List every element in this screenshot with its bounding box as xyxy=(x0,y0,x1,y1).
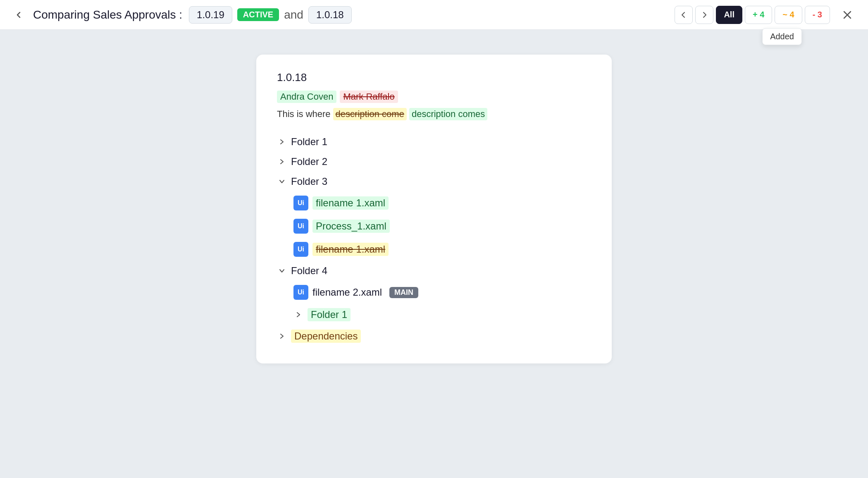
dependencies-item[interactable]: Dependencies xyxy=(277,325,591,347)
close-button[interactable] xyxy=(838,6,856,24)
folder4-label: Folder 4 xyxy=(291,265,327,277)
folder4-item[interactable]: Folder 4 xyxy=(277,261,591,281)
file2-item[interactable]: Ui Process_1.xaml xyxy=(293,215,591,238)
chevron-right-icon xyxy=(277,331,287,341)
main-content: 1.0.18 Andra Coven Mark Raffalo This is … xyxy=(0,30,868,478)
file3-label: filename 1.xaml xyxy=(312,243,389,256)
page-title: Comparing Sales Approvals : xyxy=(33,8,182,22)
version1-badge: 1.0.19 xyxy=(189,6,232,24)
subfolder1-label: Folder 1 xyxy=(308,308,351,321)
chevron-down-icon xyxy=(277,177,287,186)
desc-prefix: This is where xyxy=(277,109,331,120)
filter-controls: All + 4 ~ 4 - 3 xyxy=(675,6,830,24)
nav-next-button[interactable] xyxy=(695,6,713,24)
header: Comparing Sales Approvals : 1.0.19 ACTIV… xyxy=(0,0,868,30)
active-status-badge: ACTIVE xyxy=(237,8,279,21)
folder3-label: Folder 3 xyxy=(291,176,327,187)
folder3-item[interactable]: Folder 3 xyxy=(277,172,591,191)
file1-label: filename 1.xaml xyxy=(312,196,389,210)
folder1-label: Folder 1 xyxy=(291,136,327,148)
subfolder1-item[interactable]: Folder 1 xyxy=(293,304,591,325)
main-badge: MAIN xyxy=(389,287,418,298)
authors-line: Andra Coven Mark Raffalo xyxy=(277,91,591,103)
ui-file-icon: Ui xyxy=(293,219,308,234)
file4-item[interactable]: Ui filename 2.xaml MAIN xyxy=(293,281,591,304)
desc-added: description comes xyxy=(409,108,487,120)
chevron-right-icon xyxy=(293,310,303,320)
nav-prev-button[interactable] xyxy=(675,6,693,24)
file2-label: Process_1.xaml xyxy=(312,220,390,233)
description-line: This is where description come descripti… xyxy=(277,108,591,120)
chevron-right-icon xyxy=(277,157,287,167)
ui-file-icon: Ui xyxy=(293,285,308,300)
desc-removed: description come xyxy=(333,108,407,120)
file3-item[interactable]: Ui filename 1.xaml xyxy=(293,238,591,261)
filter-modified-button[interactable]: ~ 4 xyxy=(775,6,802,24)
folder2-label: Folder 2 xyxy=(291,156,327,167)
filter-added-button[interactable]: + 4 xyxy=(745,6,772,24)
chevron-right-icon xyxy=(277,137,287,147)
ui-file-icon: Ui xyxy=(293,242,308,257)
card-version: 1.0.18 xyxy=(277,71,591,84)
version2-badge: 1.0.18 xyxy=(308,6,352,24)
filter-all-button[interactable]: All xyxy=(716,6,742,24)
chevron-down-icon xyxy=(277,266,287,276)
back-button[interactable] xyxy=(12,7,26,22)
comparison-card: 1.0.18 Andra Coven Mark Raffalo This is … xyxy=(256,55,612,363)
file4-label: filename 2.xaml xyxy=(312,287,382,298)
folder1-item[interactable]: Folder 1 xyxy=(277,132,591,152)
author-added: Andra Coven xyxy=(277,91,336,103)
and-separator: and xyxy=(284,8,303,22)
added-tooltip: Added xyxy=(762,28,802,45)
filter-removed-button[interactable]: - 3 xyxy=(805,6,830,24)
ui-file-icon: Ui xyxy=(293,196,308,210)
author-removed: Mark Raffalo xyxy=(340,91,398,103)
dependencies-label: Dependencies xyxy=(291,330,361,343)
folder2-item[interactable]: Folder 2 xyxy=(277,152,591,172)
file1-item[interactable]: Ui filename 1.xaml xyxy=(293,191,591,215)
